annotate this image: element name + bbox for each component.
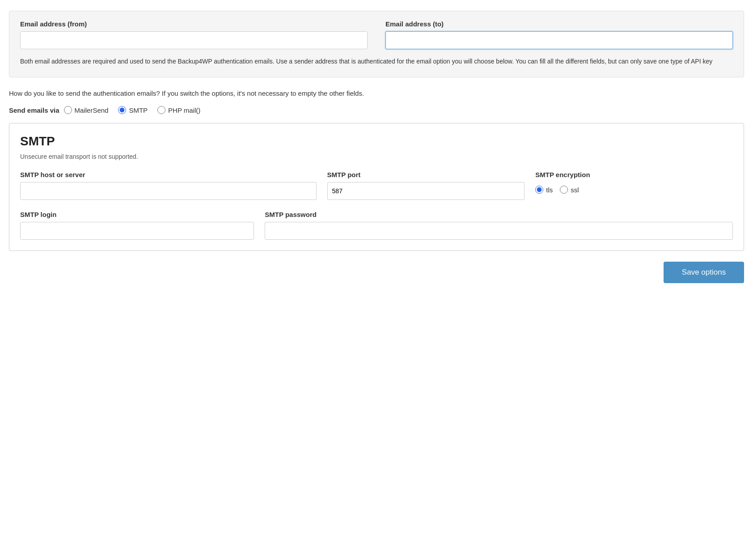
smtp-section: SMTP Unsecure email transport is not sup… <box>9 123 744 251</box>
radio-smtp-label: SMTP <box>129 106 148 114</box>
email-from-input[interactable] <box>20 31 368 49</box>
smtp-title: SMTP <box>20 134 733 148</box>
smtp-password-label: SMTP password <box>265 211 733 218</box>
email-description: Both email addresses are required and us… <box>20 56 733 66</box>
send-via-group: Send emails via MailerSend SMTP PHP mail… <box>9 106 744 114</box>
radio-phpmail[interactable]: PHP mail() <box>157 106 200 114</box>
radio-ssl-input[interactable] <box>560 186 568 194</box>
smtp-host-group: SMTP host or server <box>20 171 317 200</box>
radio-tls-label: tls <box>546 186 553 194</box>
radio-tls[interactable]: tls <box>535 186 553 194</box>
radio-mailersend[interactable]: MailerSend <box>64 106 109 114</box>
email-fields-row: Email address (from) Email address (to) <box>20 20 733 49</box>
email-section: Email address (from) Email address (to) … <box>9 11 744 77</box>
email-to-group: Email address (to) <box>385 20 733 49</box>
email-from-label: Email address (from) <box>20 20 368 28</box>
radio-phpmail-input[interactable] <box>157 106 165 114</box>
email-to-input[interactable] <box>385 31 733 49</box>
smtp-encryption-group: SMTP encryption tls ssl <box>535 171 733 194</box>
radio-mailersend-label: MailerSend <box>75 106 109 114</box>
radio-smtp[interactable]: SMTP <box>118 106 148 114</box>
smtp-password-group: SMTP password <box>265 211 733 240</box>
encryption-radios: tls ssl <box>535 186 733 194</box>
smtp-password-input[interactable] <box>265 222 733 240</box>
radio-smtp-input[interactable] <box>118 106 126 114</box>
smtp-top-row: SMTP host or server SMTP port SMTP encry… <box>20 171 733 200</box>
smtp-login-input[interactable] <box>20 222 254 240</box>
smtp-port-label: SMTP port <box>327 171 525 178</box>
send-method-intro: How do you like to send the authenticati… <box>9 88 744 99</box>
send-method-section: How do you like to send the authenticati… <box>9 88 744 114</box>
radio-mailersend-input[interactable] <box>64 106 72 114</box>
smtp-port-input[interactable] <box>327 182 525 200</box>
radio-phpmail-label: PHP mail() <box>168 106 200 114</box>
radio-ssl[interactable]: ssl <box>560 186 579 194</box>
email-from-group: Email address (from) <box>20 20 368 49</box>
radio-tls-input[interactable] <box>535 186 543 194</box>
smtp-host-input[interactable] <box>20 182 317 200</box>
email-to-label: Email address (to) <box>385 20 733 28</box>
smtp-login-group: SMTP login <box>20 211 254 240</box>
smtp-host-label: SMTP host or server <box>20 171 317 178</box>
send-via-label: Send emails via <box>9 106 59 114</box>
save-options-row: Save options <box>9 262 744 283</box>
smtp-bottom-row: SMTP login SMTP password <box>20 211 733 240</box>
smtp-port-group: SMTP port <box>327 171 525 200</box>
smtp-encryption-label: SMTP encryption <box>535 171 733 178</box>
radio-ssl-label: ssl <box>571 186 579 194</box>
smtp-login-label: SMTP login <box>20 211 254 218</box>
smtp-subtitle: Unsecure email transport is not supporte… <box>20 153 733 160</box>
save-options-button[interactable]: Save options <box>664 262 744 283</box>
